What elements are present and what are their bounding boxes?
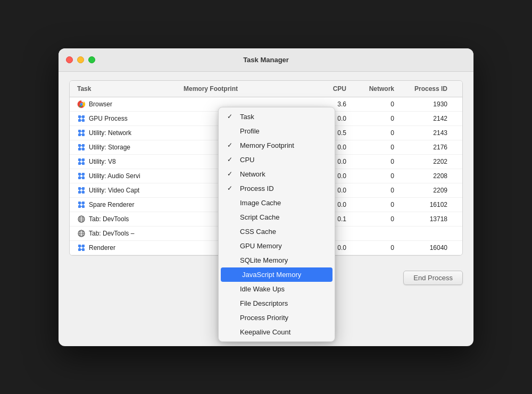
puzzle-icon: [77, 172, 86, 180]
close-button[interactable]: [66, 56, 73, 63]
svg-rect-20: [78, 148, 81, 150]
memory-cell: [180, 102, 312, 107]
svg-rect-9: [83, 118, 84, 119]
svg-rect-25: [83, 146, 84, 148]
svg-rect-68: [78, 245, 81, 247]
svg-rect-51: [82, 202, 85, 204]
network-cell: 0: [350, 155, 397, 168]
svg-rect-29: [82, 162, 85, 165]
menu-item-label: Script Cache: [240, 213, 279, 221]
puzzle-icon: [77, 186, 86, 195]
puzzle-icon: [77, 129, 86, 137]
menu-item-label: Task: [240, 113, 254, 121]
svg-rect-17: [83, 132, 84, 133]
col-cpu[interactable]: CPU: [312, 81, 350, 97]
task-name-cell: Utility: Network: [74, 126, 180, 140]
task-name-cell: Tab: DevTools –: [74, 227, 180, 240]
svg-rect-55: [81, 206, 82, 207]
svg-rect-39: [81, 177, 82, 178]
menu-item-label: Network: [240, 170, 265, 178]
svg-rect-5: [82, 119, 85, 122]
scroll-spacer: [451, 231, 458, 236]
menu-item-label: Idle Wake Ups: [240, 285, 285, 293]
svg-rect-54: [81, 203, 82, 204]
svg-rect-11: [82, 130, 85, 132]
menu-item-css-cache[interactable]: CSS Cache: [219, 224, 335, 239]
menu-item-script-cache[interactable]: Script Cache: [219, 210, 335, 224]
col-scroll: [451, 81, 458, 97]
scroll-spacer: [451, 130, 458, 136]
maximize-button[interactable]: [88, 56, 95, 63]
task-name-cell: GPU Process: [74, 112, 180, 125]
pid-cell: 16040: [397, 241, 451, 254]
svg-rect-70: [78, 248, 81, 251]
svg-rect-15: [81, 134, 82, 135]
svg-rect-72: [81, 246, 82, 247]
window-title: Task Manager: [243, 56, 289, 64]
svg-rect-56: [79, 204, 80, 205]
svg-rect-19: [82, 144, 85, 147]
menu-item-process-id[interactable]: ✓Process ID: [219, 181, 335, 196]
menu-item-image-cache[interactable]: Image Cache: [219, 196, 335, 210]
end-process-button[interactable]: End Process: [403, 271, 463, 285]
menu-item-file-descriptors[interactable]: File Descriptors: [219, 296, 335, 311]
puzzle-icon: [77, 200, 86, 209]
column-context-menu: ✓TaskProfile✓Memory Footprint✓CPU✓Networ…: [218, 107, 335, 342]
svg-rect-75: [83, 247, 84, 248]
pid-cell: 2142: [397, 112, 451, 125]
puzzle-icon: [77, 143, 86, 152]
scroll-spacer: [451, 145, 458, 150]
col-network[interactable]: Network: [350, 81, 397, 97]
menu-item-profile[interactable]: Profile: [219, 124, 335, 138]
col-task[interactable]: Task: [74, 81, 180, 97]
menu-item-javascript-memory[interactable]: JavaScript Memory: [221, 267, 332, 282]
menu-item-keepalive-count[interactable]: Keepalive Count: [219, 325, 335, 339]
menu-item-gpu-memory[interactable]: GPU Memory: [219, 239, 335, 253]
menu-item-cpu[interactable]: ✓CPU: [219, 153, 335, 167]
svg-rect-33: [83, 161, 84, 162]
svg-rect-27: [82, 158, 85, 161]
svg-rect-57: [83, 204, 84, 205]
menu-item-process-priority[interactable]: Process Priority: [219, 311, 335, 325]
menu-item-label: CSS Cache: [240, 228, 276, 236]
menu-item-label: Process Priority: [240, 314, 288, 322]
menu-item-label: Keepalive Count: [240, 328, 290, 336]
checkmark-icon: ✓: [227, 185, 236, 192]
scroll-spacer: [451, 159, 458, 164]
menu-item-label: CPU: [240, 156, 254, 164]
svg-rect-41: [83, 175, 84, 177]
menu-item-label: Memory Footprint: [240, 141, 294, 149]
svg-rect-10: [78, 130, 81, 132]
titlebar: Task Manager: [59, 48, 473, 72]
svg-rect-13: [82, 133, 85, 136]
task-name-cell: Spare Renderer: [74, 198, 180, 212]
col-pid[interactable]: Process ID: [397, 81, 451, 97]
svg-rect-32: [79, 161, 80, 162]
puzzle-icon: [77, 157, 86, 166]
traffic-lights: [66, 56, 95, 63]
svg-rect-4: [78, 119, 81, 122]
menu-item-idle-wake-ups[interactable]: Idle Wake Ups: [219, 282, 335, 296]
menu-item-network[interactable]: ✓Network: [219, 167, 335, 181]
menu-item-task[interactable]: ✓Task: [219, 110, 335, 124]
col-memory[interactable]: Memory Footprint: [180, 81, 312, 97]
menu-item-label: GPU Memory: [240, 242, 282, 250]
svg-rect-46: [81, 188, 82, 189]
checkmark-icon: ✓: [227, 141, 236, 149]
scroll-spacer: [451, 173, 458, 179]
pid-cell: 2209: [397, 184, 451, 197]
task-manager-window: Task Manager Task Memory Footprint CPU N…: [59, 48, 473, 346]
svg-rect-14: [81, 131, 82, 132]
menu-item-sqlite-memory[interactable]: SQLite Memory: [219, 253, 335, 267]
minimize-button[interactable]: [77, 56, 84, 63]
network-cell: 0: [350, 112, 397, 125]
checkmark-icon: ✓: [227, 170, 236, 178]
checkmark-icon: ✓: [227, 156, 236, 163]
globe-icon: [77, 215, 86, 223]
menu-item-memory-footprint[interactable]: ✓Memory Footprint: [219, 138, 335, 153]
svg-rect-30: [81, 160, 82, 161]
network-cell: 0: [350, 241, 397, 254]
menu-item-label: File Descriptors: [240, 299, 288, 307]
svg-rect-28: [78, 162, 81, 165]
svg-rect-21: [82, 148, 85, 150]
